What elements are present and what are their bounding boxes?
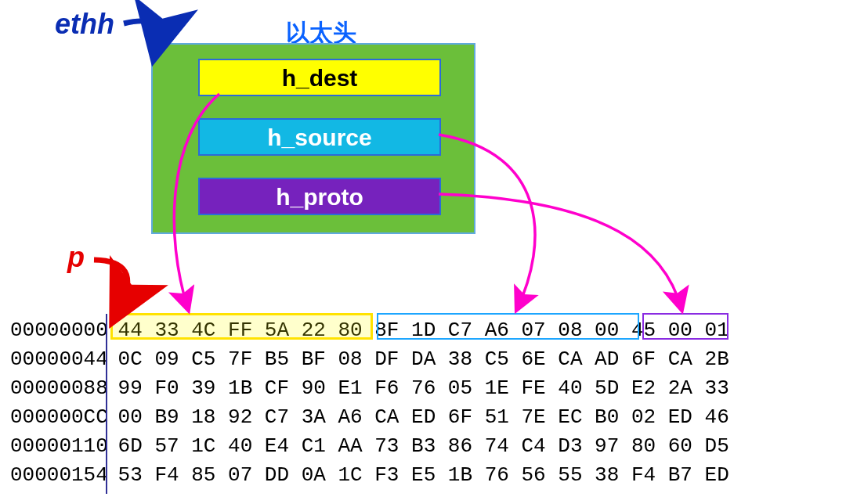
arrow-ethh [124,21,158,45]
field-h-dest: h_dest [198,59,441,96]
field-h-proto: h_proto [198,178,441,215]
ethernet-header-struct: h_dest h_source h_proto [151,43,475,234]
hexdump: 00000000 44 33 4C FF 5A 22 80 8F 1D C7 A… [10,316,729,490]
field-h-source: h_source [198,118,441,156]
arrow-p [94,260,128,309]
highlight-h-proto [642,313,728,340]
p-pointer-label: p [67,241,85,274]
highlight-h-source [377,313,639,340]
ethh-pointer-label: ethh [55,8,114,41]
hexdump-separator [106,314,107,494]
diagram-canvas: ethh 以太头 h_dest h_source h_proto p 00000… [0,0,846,504]
highlight-h-dest [110,313,373,340]
